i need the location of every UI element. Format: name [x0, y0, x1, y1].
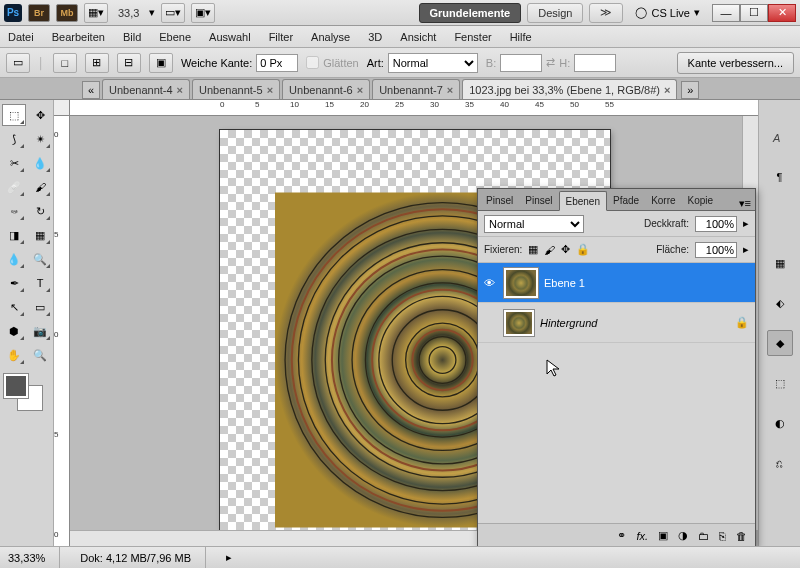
- menu-auswahl[interactable]: Auswahl: [209, 31, 251, 43]
- menu-3d[interactable]: 3D: [368, 31, 382, 43]
- panel-tab-pinsel2[interactable]: Pinsel: [519, 190, 558, 210]
- selection-subtract-icon[interactable]: ⊟: [117, 53, 141, 73]
- tab-unbenannt-5[interactable]: Unbenannt-5×: [192, 79, 280, 99]
- layer-name[interactable]: Hintergrund: [540, 317, 597, 329]
- brush-tool[interactable]: 🖌: [28, 176, 52, 198]
- menu-ebene[interactable]: Ebene: [159, 31, 191, 43]
- layer-mask-icon[interactable]: ▣: [658, 529, 668, 542]
- 3d-camera-tool[interactable]: 📷: [28, 320, 52, 342]
- tab-unbenannt-4[interactable]: Unbenannt-4×: [102, 79, 190, 99]
- path-select-tool[interactable]: ↖: [2, 296, 26, 318]
- cslive-button[interactable]: ◯ CS Live ▾: [629, 6, 706, 19]
- close-icon[interactable]: ×: [177, 84, 183, 96]
- channels-panel-icon[interactable]: ⬚: [767, 370, 793, 396]
- selection-add-icon[interactable]: ⊞: [85, 53, 109, 73]
- foreground-swatch[interactable]: [4, 374, 28, 398]
- current-tool-icon[interactable]: ▭: [6, 53, 30, 73]
- blur-tool[interactable]: 💧: [2, 248, 26, 270]
- pen-tool[interactable]: ✒: [2, 272, 26, 294]
- workspace-design[interactable]: Design: [527, 3, 583, 23]
- zoom-tool[interactable]: 🔍: [28, 344, 52, 366]
- bridge-icon[interactable]: Br: [28, 4, 50, 22]
- eraser-tool[interactable]: ◨: [2, 224, 26, 246]
- new-layer-icon[interactable]: ⎘: [719, 530, 726, 542]
- fill-input[interactable]: [695, 242, 737, 258]
- layer-row[interactable]: Hintergrund 🔒: [478, 303, 755, 343]
- lock-all-icon[interactable]: 🔒: [576, 243, 590, 256]
- tab-1023-jpg[interactable]: 1023.jpg bei 33,3% (Ebene 1, RGB/8#)×: [462, 79, 677, 99]
- menu-hilfe[interactable]: Hilfe: [510, 31, 532, 43]
- move-tool[interactable]: ✥: [28, 104, 52, 126]
- paragraph-panel-icon[interactable]: ¶: [767, 164, 793, 190]
- ruler-vertical[interactable]: 0 5 0 5 0: [54, 116, 70, 546]
- character-panel-icon[interactable]: A: [767, 124, 793, 150]
- status-flyout-icon[interactable]: ▸: [226, 551, 232, 564]
- refine-edge-button[interactable]: Kante verbessern...: [677, 52, 794, 74]
- color-swatches[interactable]: [2, 372, 46, 412]
- gradient-tool[interactable]: ▦: [28, 224, 52, 246]
- dodge-tool[interactable]: 🔍: [28, 248, 52, 270]
- adjustment-layer-icon[interactable]: ◑: [678, 529, 688, 542]
- close-icon[interactable]: ×: [664, 84, 670, 96]
- marquee-tool[interactable]: ⬚: [2, 104, 26, 126]
- styles-panel-icon[interactable]: ⬖: [767, 290, 793, 316]
- 3d-tool[interactable]: ⬢: [2, 320, 26, 342]
- panel-tab-kopieren[interactable]: Kopie: [682, 190, 720, 210]
- clone-stamp-tool[interactable]: ⎃: [2, 200, 26, 222]
- panel-tab-pinsel1[interactable]: Pinsel: [480, 190, 519, 210]
- tab-nav-prev[interactable]: «: [82, 81, 100, 99]
- paths-panel-icon[interactable]: ◐: [767, 410, 793, 436]
- crop-tool[interactable]: ✂: [2, 152, 26, 174]
- maximize-button[interactable]: ☐: [740, 4, 768, 22]
- link-layers-icon[interactable]: ⚭: [617, 529, 626, 542]
- menu-analyse[interactable]: Analyse: [311, 31, 350, 43]
- blend-mode-select[interactable]: Normal: [484, 215, 584, 233]
- tab-unbenannt-6[interactable]: Unbenannt-6×: [282, 79, 370, 99]
- delete-layer-icon[interactable]: 🗑: [736, 530, 747, 542]
- close-icon[interactable]: ×: [267, 84, 273, 96]
- workspace-grundelemente[interactable]: Grundelemente: [419, 3, 522, 23]
- minimize-button[interactable]: —: [712, 4, 740, 22]
- history-brush-tool[interactable]: ↻: [28, 200, 52, 222]
- layer-thumbnail[interactable]: [504, 310, 534, 336]
- selection-new-icon[interactable]: □: [53, 53, 77, 73]
- menu-fenster[interactable]: Fenster: [454, 31, 491, 43]
- layer-fx-icon[interactable]: fx.: [636, 530, 648, 542]
- tab-nav-next[interactable]: »: [681, 81, 699, 99]
- panel-tab-ebenen[interactable]: Ebenen: [559, 191, 607, 211]
- menu-ansicht[interactable]: Ansicht: [400, 31, 436, 43]
- screen-mode-button[interactable]: ▣▾: [191, 3, 215, 23]
- feather-input[interactable]: [256, 54, 298, 72]
- healing-brush-tool[interactable]: 🩹: [2, 176, 26, 198]
- view-extras-button[interactable]: ▦▾: [84, 3, 108, 23]
- shape-tool[interactable]: ▭: [28, 296, 52, 318]
- panel-menu-icon[interactable]: ▾≡: [735, 197, 755, 210]
- layer-name[interactable]: Ebene 1: [544, 277, 585, 289]
- eyedropper-tool[interactable]: 💧: [28, 152, 52, 174]
- minibridge-icon[interactable]: Mb: [56, 4, 78, 22]
- arrange-button[interactable]: ▭▾: [161, 3, 185, 23]
- lasso-tool[interactable]: ⟆: [2, 128, 26, 150]
- menu-bild[interactable]: Bild: [123, 31, 141, 43]
- visibility-icon[interactable]: 👁: [484, 277, 498, 289]
- layer-row[interactable]: 👁 Ebene 1: [478, 263, 755, 303]
- type-tool[interactable]: T: [28, 272, 52, 294]
- lock-pixels-icon[interactable]: 🖌: [544, 244, 555, 256]
- close-icon[interactable]: ×: [447, 84, 453, 96]
- ruler-origin[interactable]: [54, 100, 70, 116]
- selection-intersect-icon[interactable]: ▣: [149, 53, 173, 73]
- ruler-horizontal[interactable]: 0 5 10 15 20 25 30 35 40 45 50 55: [70, 100, 758, 116]
- workspace-more[interactable]: ≫: [589, 3, 623, 23]
- lock-transparency-icon[interactable]: ▦: [528, 243, 538, 256]
- zoom-level[interactable]: 33,3: [114, 7, 143, 19]
- hand-tool[interactable]: ✋: [2, 344, 26, 366]
- status-doc-size[interactable]: Dok: 4,12 MB/7,96 MB: [80, 547, 206, 568]
- swatches-panel-icon[interactable]: ▦: [767, 250, 793, 276]
- lock-position-icon[interactable]: ✥: [561, 243, 570, 256]
- opacity-flyout-icon[interactable]: ▸: [743, 217, 749, 230]
- opacity-input[interactable]: [695, 216, 737, 232]
- history-panel-icon[interactable]: ⎌: [767, 450, 793, 476]
- close-button[interactable]: ✕: [768, 4, 796, 22]
- style-select[interactable]: Normal: [388, 53, 478, 73]
- menu-datei[interactable]: Datei: [8, 31, 34, 43]
